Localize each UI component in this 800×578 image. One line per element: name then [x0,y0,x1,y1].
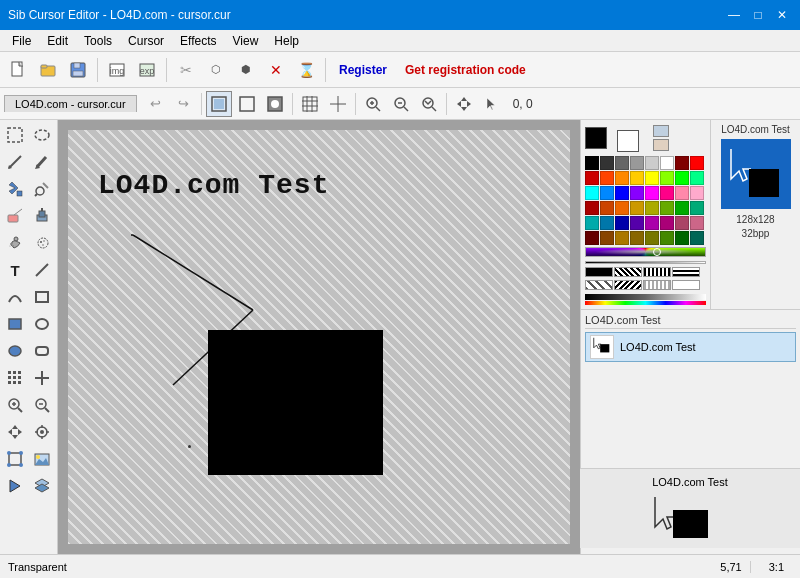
transform-tool[interactable] [2,446,28,472]
reset-colors-btn[interactable] [653,139,669,151]
select-rect-tool[interactable] [2,122,28,148]
import-img-tool[interactable] [29,446,55,472]
register-link[interactable]: Register [331,63,395,77]
c33[interactable] [585,231,599,245]
color-light-gray[interactable] [645,156,659,170]
c31[interactable] [675,216,689,230]
fill-tool[interactable] [2,176,28,202]
color-gray[interactable] [615,156,629,170]
rect-outline-tool[interactable] [29,284,55,310]
c28[interactable] [630,216,644,230]
pattern-solid-black[interactable] [585,267,613,277]
c17[interactable] [585,201,599,215]
foreground-color[interactable] [585,127,607,149]
color-gradient-picker[interactable] [585,247,706,257]
zoom-in-tool[interactable] [2,392,28,418]
layers-tool[interactable] [29,473,55,499]
c1[interactable] [585,171,599,185]
menu-edit[interactable]: Edit [39,32,76,50]
c13[interactable] [645,186,659,200]
c19[interactable] [615,201,629,215]
c40[interactable] [690,231,704,245]
menu-effects[interactable]: Effects [172,32,224,50]
rounded-rect-tool[interactable] [29,338,55,364]
pattern-vert[interactable] [643,267,671,277]
pencil-tool[interactable] [2,149,28,175]
pattern-white[interactable] [672,280,700,290]
c37[interactable] [645,231,659,245]
c21[interactable] [645,201,659,215]
new-button[interactable] [4,56,32,84]
grid-toggle[interactable] [297,91,323,117]
animation-tool[interactable] [2,473,28,499]
move-tool[interactable] [2,419,28,445]
c34[interactable] [600,231,614,245]
crosshair-tool[interactable] [325,91,351,117]
spray-tool[interactable] [29,230,55,256]
color-dark-red[interactable] [675,156,689,170]
c30[interactable] [660,216,674,230]
select-zoom[interactable] [416,91,442,117]
color-mid-gray[interactable] [630,156,644,170]
c11[interactable] [615,186,629,200]
paste-button[interactable]: ⬢ [232,56,260,84]
c24[interactable] [690,201,704,215]
copy-button[interactable]: ⬡ [202,56,230,84]
c2[interactable] [600,171,614,185]
menu-file[interactable]: File [4,32,39,50]
airbrush-tool[interactable] [2,230,28,256]
undo-small[interactable]: ↩ [143,91,169,117]
c10[interactable] [600,186,614,200]
menu-view[interactable]: View [225,32,267,50]
c9[interactable] [585,186,599,200]
view-outline[interactable] [234,91,260,117]
view-mask[interactable] [262,91,288,117]
stamp-tool[interactable] [29,203,55,229]
view-normal[interactable] [206,91,232,117]
grid-dot-tool[interactable] [2,365,28,391]
menu-help[interactable]: Help [266,32,307,50]
c15[interactable] [675,186,689,200]
color-black[interactable] [585,156,599,170]
minimize-button[interactable]: — [724,5,744,25]
redo-small[interactable]: ↪ [171,91,197,117]
zoom-out-tool[interactable] [29,392,55,418]
c12[interactable] [630,186,644,200]
grey-gradient[interactable] [585,261,706,264]
c32[interactable] [690,216,704,230]
menu-cursor[interactable]: Cursor [120,32,172,50]
pan-tool[interactable] [451,91,477,117]
c7[interactable] [675,171,689,185]
eraser-tool[interactable] [2,203,28,229]
brush-tool[interactable] [29,149,55,175]
c22[interactable] [660,201,674,215]
c3[interactable] [615,171,629,185]
undo-button[interactable]: ⌛ [292,56,320,84]
c36[interactable] [630,231,644,245]
another-tool[interactable] [29,365,55,391]
c4[interactable] [630,171,644,185]
color-white[interactable] [660,156,674,170]
color-red[interactable] [690,156,704,170]
close-button[interactable]: ✕ [772,5,792,25]
pattern-diag-1[interactable] [614,267,642,277]
eyedropper-tool[interactable] [29,176,55,202]
c14[interactable] [660,186,674,200]
swap-colors-btn[interactable] [653,125,669,137]
select-lasso-tool[interactable] [29,122,55,148]
c16[interactable] [690,186,704,200]
pattern-light-vert[interactable] [643,280,671,290]
circle-fill-tool[interactable] [2,338,28,364]
c27[interactable] [615,216,629,230]
delete-button[interactable]: ✕ [262,56,290,84]
c35[interactable] [615,231,629,245]
save-button[interactable] [64,56,92,84]
c18[interactable] [600,201,614,215]
line-tool[interactable] [29,257,55,283]
c39[interactable] [675,231,689,245]
cursor-select[interactable] [479,91,505,117]
export-button[interactable]: exp [133,56,161,84]
canvas-content[interactable]: LO4D.com Test [68,130,570,544]
c6[interactable] [660,171,674,185]
rect-fill-tool[interactable] [2,311,28,337]
